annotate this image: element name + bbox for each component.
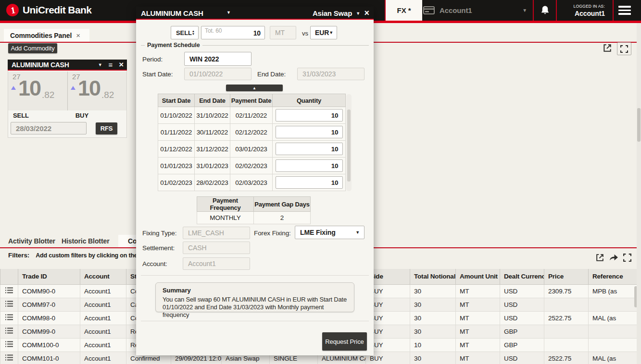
request-price-button[interactable]: Request Price [322,332,367,351]
blotter-cell: MT [456,325,500,338]
blotter-column-header[interactable]: Reference [589,269,641,284]
widget-date-field[interactable]: 28/03/2022 [11,122,87,134]
tab-commodities-panel-label: Commodities Panel [10,32,72,39]
rfs-button[interactable]: RFS [96,122,117,134]
start-date-field: 01/10/2022 [184,68,251,80]
schedule-column-header[interactable]: Quantity [273,94,346,107]
summary-box: Summary You can Sell swap 60 MT ALUMINIU… [155,282,354,312]
aluminium-cash-widget: ALUMINIUM CASH ▼ ≡ × 27 10 .82 27 10 .82… [8,60,127,138]
row-menu-button[interactable] [0,325,18,338]
buy-price-tile[interactable]: 27 10 .82 [67,72,126,110]
side-selector[interactable]: SELL ▲▼ [171,26,199,39]
swap-type-selector[interactable]: Asian Swap [313,9,352,17]
amount-field[interactable]: Tot. 60 10 [201,26,265,39]
amount-placeholder: Tot. 60 [205,27,222,34]
row-menu-button[interactable] [0,311,18,325]
tab-historic-blotter[interactable]: Historic Blotter [62,235,110,247]
share-icon[interactable] [609,254,618,264]
widget-menu-icon[interactable]: ≡ [109,61,113,69]
quantity-field[interactable]: 10 [276,159,343,172]
widget-title: ALUMINIUM CASH [8,61,69,69]
page-scrollbar-thumb[interactable] [637,108,641,142]
logged-in-account: Account1 [575,10,605,17]
quantity-field[interactable]: 10 [276,176,343,189]
blotter-cell: Account1 [80,352,126,364]
blotter-cell: MT [456,284,500,298]
blotter-cell: 30 [410,298,456,311]
row-menu-button[interactable] [0,352,18,364]
brand-logo: 1 UniCredit Bank [6,3,91,17]
schedule-quantity-cell: 10 [273,141,346,158]
end-date-field: 31/03/2023 [297,68,364,80]
widget-prices: 27 10 .82 27 10 .82 [8,72,126,110]
blotter-cell: COMM101-0 [18,352,80,364]
schedule-row: 01/01/2023 31/01/2023 02/02/2023 10 [158,158,346,174]
blotter-column-header[interactable]: Amount Unit [456,269,500,284]
schedule-column-header[interactable]: End Date [195,94,230,107]
collapse-schedule-button[interactable]: ▲ [226,85,283,91]
blotter-toolbar-icons [595,253,631,264]
schedule-end-date: 31/10/2022 [195,107,230,124]
schedule-scrollbar-thumb[interactable] [347,109,351,182]
schedule-body: 01/10/2022 31/10/2022 02/11/2022 10 01/1… [158,107,346,191]
currency-selector[interactable]: EUR ▼ [310,26,337,39]
tab-activity-blotter[interactable]: Activity Blotter [8,235,55,247]
schedule-end-date: 30/11/2022 [195,124,230,141]
fullscreen-icon[interactable] [623,254,631,264]
payment-gap-days-header: Payment Gap Days [254,197,311,212]
page-scrollbar-track[interactable] [637,23,641,364]
blotter-cell: 30 [410,325,456,338]
chevron-down-icon[interactable]: ▼ [356,11,360,16]
fullscreen-button[interactable] [617,42,631,55]
blotter-cell: COMM90-0 [18,284,80,298]
schedule-row: 01/11/2022 30/11/2022 02/12/2022 10 [158,124,346,141]
chevron-down-icon[interactable]: ▼ [226,10,231,15]
close-icon[interactable]: × [76,31,80,39]
forex-fixing-label: Forex Fixing: [254,230,291,237]
close-icon[interactable]: × [364,8,369,18]
blotter-cell: Account1 [80,311,126,325]
chevron-down-icon[interactable]: ▼ [98,62,102,67]
blotter-cell: MAL (as [589,311,641,325]
period-field[interactable]: WIN 2022 [184,52,251,66]
schedule-column-header[interactable]: Start Date [158,94,195,107]
blotter-column-header[interactable]: Dealt Currency [500,269,544,284]
blotter-column-header[interactable]: Price [544,269,589,284]
blotter-cell: Account1 [80,298,126,311]
quantity-field[interactable]: 10 [276,126,343,138]
row-menu-button[interactable] [0,338,18,352]
close-icon[interactable]: × [119,61,124,68]
blotter-column-header[interactable]: Total Notional Quantity [410,269,456,284]
notifications-button[interactable] [534,0,556,21]
sell-price-tile[interactable]: 27 10 .82 [8,72,67,110]
account-field[interactable]: Account1 [183,257,250,270]
tab-fx[interactable]: FX * [385,0,422,21]
row-menu-button[interactable] [0,284,18,298]
add-commodity-button[interactable]: Add Commodity [8,43,57,53]
end-date-label: End Date: [257,71,286,78]
schedule-column-header[interactable]: Payment Date [230,94,273,107]
spinner-icon: ▲▼ [192,30,195,36]
popout-icon[interactable] [595,253,604,264]
tab-commodities-panel[interactable]: Commodities Panel × [4,29,89,42]
forex-fixing-selector[interactable]: LME Fixing ▼ [295,226,364,239]
row-menu-button[interactable] [0,298,18,311]
schedule-end-date: 31/01/2023 [195,158,230,174]
blotter-cell: COMM99-0 [18,325,80,338]
schedule-quantity-cell: 10 [273,107,346,124]
schedule-header-row: Start DateEnd DatePayment DateQuantity [158,94,346,107]
popout-icon[interactable] [603,43,612,55]
currency-value: EUR [315,29,329,36]
settlement-label: Settlement: [142,244,175,252]
blotter-cell: 30 [410,284,456,298]
account-selector[interactable]: Account1 ▼ [423,0,532,21]
blotter-cell [544,325,589,338]
quantity-field[interactable]: 10 [276,109,343,121]
blotter-column-header[interactable]: Account [80,269,126,284]
blotter-column-header[interactable]: Trade ID [18,269,80,284]
quantity-field[interactable]: 10 [276,143,343,155]
schedule-row: 01/02/2023 28/02/2023 02/03/2023 10 [158,174,346,191]
blotter-cell: 30 [410,311,456,325]
blotter-cell [589,325,641,338]
menu-button[interactable] [618,6,631,15]
